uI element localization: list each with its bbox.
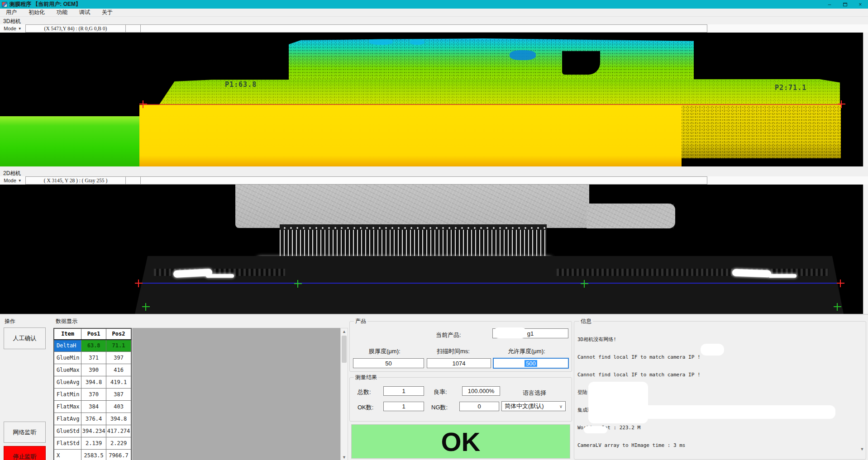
app-window: 测膜程序 【当前用户: OEM】 – × 用户 初始化 功能 调试 关于 3D相… [0,0,868,460]
camera3d-mode-button[interactable]: Mode ▼ [1,25,24,32]
heightmap-top-flange [289,38,694,81]
redaction-scribble [611,405,835,419]
cell-pos1[interactable]: 370 [81,389,106,401]
camera2d-view[interactable] [0,185,868,314]
noise-texture [289,38,694,81]
cell-pos1[interactable]: 371 [81,352,106,364]
table-row[interactable]: FlatMin 370 387 [54,389,131,401]
cell-pos1[interactable]: 376.4 [81,413,106,425]
total-input[interactable]: 1 [383,386,424,396]
chevron-down-icon: ▼ [18,27,22,31]
table-row[interactable]: FlatStd 2.139 2.229 [54,437,131,450]
menu-debug[interactable]: 调试 [73,9,96,16]
glue-blob [732,269,772,278]
cell-item[interactable]: GlueAvg [54,376,81,389]
manual-confirm-button[interactable]: 人工确认 [4,327,46,349]
cell-pos1[interactable]: 394.234 [81,425,106,437]
cell-pos1[interactable]: 2583.5 [81,450,106,460]
cell-pos2[interactable]: 416 [106,364,131,376]
bottom-panel: 操作 人工确认 网络监听 停止监听 数据显示 Item Pos1 Pos2 De… [0,314,868,460]
results-group-border [349,377,572,422]
minimize-button[interactable]: – [822,0,837,9]
menu-user[interactable]: 用户 [0,9,23,16]
network-listen-button[interactable]: 网络监听 [4,422,46,443]
log-line: Working Set : 223.2 M [577,425,860,431]
menu-function[interactable]: 功能 [51,9,73,16]
cell-item[interactable]: FlatStd [54,437,81,450]
cell-pos2[interactable]: 394.8 [106,413,131,425]
maximize-button[interactable] [837,0,853,9]
camera2d-coordinates-readout: ( X 3145, Y 28 ) : ( Gray 255 ) [25,176,126,185]
cell-item[interactable]: GlueStd [54,425,81,437]
allow-thickness-input[interactable]: 500 [493,358,569,369]
camera2d-scrollbar[interactable] [863,185,868,314]
clip-notch-shape [562,51,600,75]
title-bar: 测膜程序 【当前用户: OEM】 – × [0,0,868,9]
measurement-table[interactable]: Item Pos1 Pos2 DeltaH 63.8 71.1 GlueMin … [53,328,132,460]
product-group-label: 产品 [354,318,367,325]
window-controls: – × [822,0,868,9]
cell-pos1[interactable]: 394.8 [81,376,106,389]
table-row[interactable]: DeltaH 63.8 71.1 [54,340,131,352]
menu-about[interactable]: 关于 [96,9,119,16]
redaction-scribble [584,426,607,433]
camera3d-coordinates-readout: (X 5473,Y 84) : (R 0,G 0,B 0) [25,24,126,33]
cell-pos2[interactable]: 71.1 [106,340,131,352]
cell-item[interactable]: GlueMin [54,352,81,364]
scroll-up-icon[interactable]: ▲ [341,329,348,334]
ok-count-input[interactable]: 1 [383,402,424,411]
table-row[interactable]: GlueAvg 394.8 419.1 [54,376,131,389]
col-pos2: Pos2 [106,329,131,340]
cell-pos2[interactable]: 7966.7 [106,450,131,460]
window-title: 测膜程序 【当前用户: OEM】 [10,0,81,8]
cell-pos2[interactable]: 397 [106,352,131,364]
cell-item[interactable]: FlatAvg [54,413,81,425]
cell-pos2[interactable]: 417.274 [106,425,131,437]
close-button[interactable]: × [853,0,868,9]
table-row[interactable]: X 2583.5 7966.7 [54,450,131,460]
redaction-scribble [701,344,724,356]
glue-blob [768,274,796,278]
table-row[interactable]: GlueMax 390 416 [54,364,131,376]
cell-item[interactable]: FlatMin [54,389,81,401]
table-scrollbar[interactable]: ▲ ▼ [340,328,348,460]
cell-pos1[interactable]: 63.8 [81,340,106,352]
pcb-tab [587,204,675,228]
cell-item[interactable]: FlatMax [54,401,81,413]
menu-initialize[interactable]: 初始化 [23,9,51,16]
chevron-down-icon: ∨ [559,404,563,409]
scan-time-input[interactable]: 1074 [427,358,491,368]
connector-base [135,256,844,314]
table-row[interactable]: GlueMin 371 397 [54,352,131,364]
camera2d-toolbar-box [125,176,141,185]
yield-input[interactable]: 100.000% [462,386,500,396]
cell-pos2[interactable]: 419.1 [106,376,131,389]
table-row[interactable]: FlatMax 384 403 [54,401,131,413]
camera2d-mode-button[interactable]: Mode ▼ [1,177,24,184]
table-row[interactable]: GlueStd 394.234 417.274 [54,425,131,437]
cell-item[interactable]: X [54,450,81,460]
camera3d-view[interactable]: P1:63.8 P2:71.1 [0,33,868,166]
table-row[interactable]: FlatAvg 376.4 394.8 [54,413,131,425]
cell-item[interactable]: DeltaH [54,340,81,352]
film-thickness-input[interactable]: 50 [353,358,424,368]
language-select[interactable]: 简体中文(默认) ∨ [501,401,566,411]
camera3d-scrollbar[interactable] [863,33,868,166]
cell-pos1[interactable]: 2.139 [81,437,106,450]
scrollbar-thumb[interactable] [342,336,347,363]
cell-pos1[interactable]: 390 [81,364,106,376]
log-scroll-down-icon[interactable]: ▼ [859,447,865,451]
stop-listen-button[interactable]: 停止监听 [4,446,46,460]
cell-pos2[interactable]: 2.229 [106,437,131,450]
yield-label: 良率: [434,388,447,396]
current-product-label: 当前产品: [436,331,461,339]
cell-pos2[interactable]: 403 [106,401,131,413]
noise-texture [157,79,840,107]
app-icon [2,2,7,7]
cell-pos1[interactable]: 384 [81,401,106,413]
scroll-down-icon[interactable]: ▼ [341,455,348,460]
ng-count-input[interactable]: 0 [459,402,499,411]
heightmap-mid-band [157,79,840,107]
cell-item[interactable]: GlueMax [54,364,81,376]
cell-pos2[interactable]: 387 [106,389,131,401]
